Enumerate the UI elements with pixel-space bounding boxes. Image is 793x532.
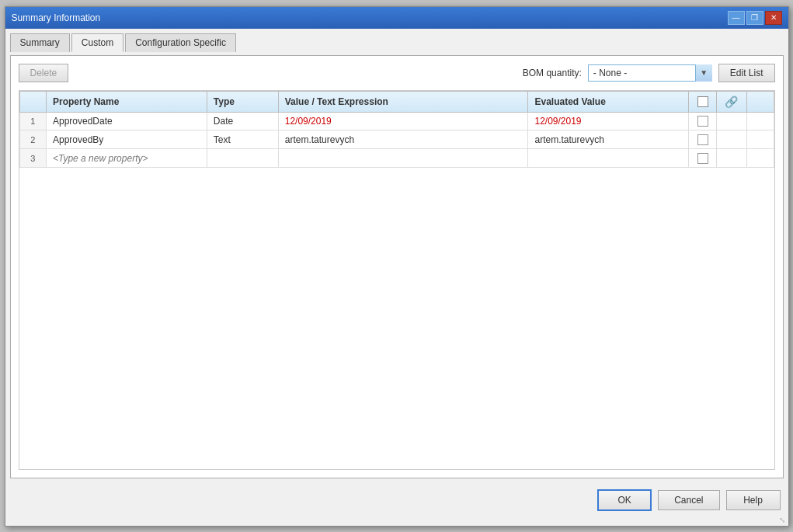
main-window: Summary Information — ❐ ✕ Summary Custom… [5,6,789,527]
row-3-link-cell [716,149,746,168]
row-1-num: 1 [19,112,46,130]
minimize-button[interactable]: — [728,11,745,25]
toolbar-left: Delete [19,64,69,82]
tab-summary[interactable]: Summary [10,33,70,52]
help-button[interactable]: Help [726,490,781,510]
window-title: Summary Information [12,12,101,23]
row-2-extra-cell [746,130,774,149]
toolbar-row: Delete BOM quantity: - None - ▼ Edit Lis… [19,64,775,82]
window-content: Summary Custom Configuration Specific De… [5,29,788,483]
bom-quantity-select-wrapper: - None - ▼ [588,64,712,82]
tab-bar: Summary Custom Configuration Specific [10,33,784,52]
col-header-rownum [19,91,46,112]
row-1-evaluated-value[interactable]: 12/09/2019 [528,112,689,130]
row-3-num: 3 [19,149,46,168]
toolbar-right: BOM quantity: - None - ▼ Edit List [523,64,775,82]
row-2-checkbox[interactable] [697,134,708,145]
row-1-value-expression[interactable]: 12/09/2019 [278,112,528,130]
col-header-property-name: Property Name [46,91,207,112]
resize-handle[interactable]: ⤡ [5,514,788,526]
row-2-checkbox-cell [689,130,717,149]
title-bar: Summary Information — ❐ ✕ [5,7,788,29]
col-header-value-expression: Value / Text Expression [278,91,528,112]
row-1-checkbox[interactable] [697,116,708,127]
row-2-link-cell [716,130,746,149]
table-header-row: Property Name Type Value / Text Expressi… [19,91,774,112]
row-2-evaluated-value[interactable]: artem.taturevych [528,130,689,149]
row-1-type[interactable]: Date [207,112,278,130]
row-3-checkbox-cell [689,149,717,168]
row-2-property-name[interactable]: ApprovedBy [46,130,207,149]
row-3-checkbox[interactable] [697,153,708,164]
row-3-property-name[interactable]: <Type a new property> [46,149,207,168]
title-bar-buttons: — ❐ ✕ [728,11,782,25]
table-row: 2 ApprovedBy Text artem.taturevych artem… [19,130,774,149]
link-header-icon: 🔗 [725,96,738,108]
tab-custom[interactable]: Custom [71,33,123,52]
close-button[interactable]: ✕ [765,11,782,25]
row-3-extra-cell [746,149,774,168]
bom-quantity-label: BOM quantity: [523,68,582,78]
tab-configuration-specific[interactable]: Configuration Specific [125,33,236,52]
cancel-button[interactable]: Cancel [658,490,719,510]
row-1-property-name[interactable]: ApprovedDate [46,112,207,130]
row-2-value-expression[interactable]: artem.taturevych [278,130,528,149]
col-header-extra [746,91,774,112]
row-1-extra-cell [746,112,774,130]
restore-button[interactable]: ❐ [746,11,763,25]
col-header-checkbox [689,91,717,112]
delete-button[interactable]: Delete [19,64,69,82]
row-1-checkbox-cell [689,112,717,130]
bom-quantity-select[interactable]: - None - [588,64,712,82]
table-body: 1 ApprovedDate Date 12/09/2019 12/09/201… [19,112,774,167]
properties-table: Property Name Type Value / Text Expressi… [19,91,774,168]
row-2-type[interactable]: Text [207,130,278,149]
table-row: 1 ApprovedDate Date 12/09/2019 12/09/201… [19,112,774,130]
row-2-num: 2 [19,130,46,149]
col-header-evaluated-value: Evaluated Value [528,91,689,112]
row-1-link-cell [716,112,746,130]
tab-content-custom: Delete BOM quantity: - None - ▼ Edit Lis… [10,55,784,478]
row-3-value-expression[interactable] [278,149,528,168]
col-header-link: 🔗 [716,91,746,112]
edit-list-button[interactable]: Edit List [718,64,775,82]
ok-button[interactable]: OK [597,489,652,511]
properties-table-container: Property Name Type Value / Text Expressi… [19,90,775,470]
header-checkbox-icon[interactable] [697,96,708,107]
table-row: 3 <Type a new property> [19,149,774,168]
row-3-evaluated-value[interactable] [528,149,689,168]
row-3-type[interactable] [207,149,278,168]
col-header-type: Type [207,91,278,112]
bottom-bar: OK Cancel Help [5,483,788,514]
